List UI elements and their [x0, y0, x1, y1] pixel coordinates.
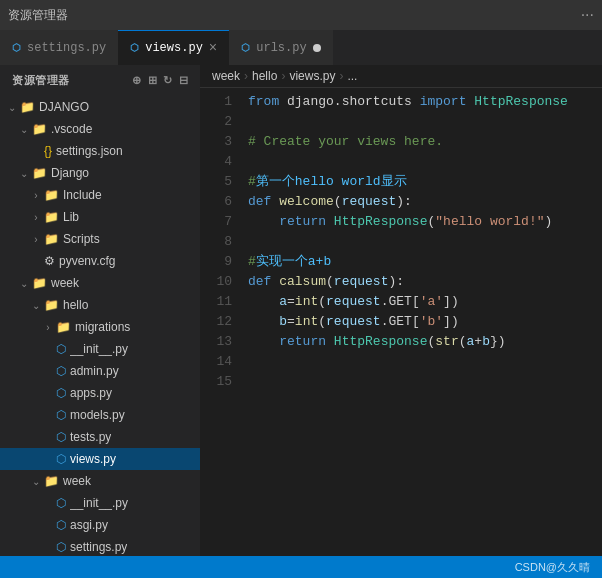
collapse-icon[interactable]: ⊟	[179, 74, 189, 87]
line-number: 9	[200, 252, 232, 272]
chevron-icon: ⌄	[28, 300, 44, 311]
code-token: HttpResponse	[474, 94, 568, 109]
code-token: ):	[388, 274, 404, 289]
tab-views[interactable]: ⬡ views.py ×	[118, 30, 229, 65]
code-token: (	[318, 314, 326, 329]
breadcrumb-part-week: week	[212, 69, 240, 83]
sidebar-item-lib[interactable]: ›📁Lib	[0, 206, 200, 228]
code-token: ])	[443, 294, 459, 309]
code-line	[248, 152, 594, 172]
code-line	[248, 352, 594, 372]
folder-icon: 📁	[44, 210, 59, 224]
code-token: def	[248, 274, 271, 289]
sidebar-item-apps-py[interactable]: ⬡apps.py	[0, 382, 200, 404]
line-number: 2	[200, 112, 232, 132]
code-token: HttpResponse	[334, 214, 428, 229]
sidebar-item-pyvenv[interactable]: ⚙pyvenv.cfg	[0, 250, 200, 272]
code-token: from	[248, 94, 279, 109]
cfg-icon: ⚙	[44, 254, 55, 268]
code-token: b	[279, 314, 287, 329]
code-token: (	[326, 274, 334, 289]
breadcrumb-part-views: views.py	[289, 69, 335, 83]
tab-label-urls: urls.py	[256, 41, 306, 55]
code-line	[248, 372, 594, 392]
sidebar-item-include[interactable]: ›📁Include	[0, 184, 200, 206]
chevron-icon: ⌄	[16, 278, 32, 289]
sidebar-item-models-py[interactable]: ⬡models.py	[0, 404, 200, 426]
sidebar-item-init-week[interactable]: ⬡__init__.py	[0, 492, 200, 514]
sidebar-item-settings-week[interactable]: ⬡settings.py	[0, 536, 200, 556]
code-area[interactable]: from django.shortcuts import HttpRespons…	[240, 88, 602, 556]
line-number: 10	[200, 272, 232, 292]
tab-urls[interactable]: ⬡ urls.py	[229, 30, 332, 65]
code-token: .GET[	[381, 314, 420, 329]
folder-icon: 📁	[20, 100, 35, 114]
code-token: "hello world!"	[435, 214, 544, 229]
sidebar-item-vscode[interactable]: ⌄📁.vscode	[0, 118, 200, 140]
code-token: calsum	[279, 274, 326, 289]
tree-label: week	[51, 276, 79, 290]
modified-dot	[313, 44, 321, 52]
code-token: (	[318, 294, 326, 309]
line-number: 3	[200, 132, 232, 152]
code-token	[248, 214, 279, 229]
sidebar-item-scripts[interactable]: ›📁Scripts	[0, 228, 200, 250]
refresh-icon[interactable]: ↻	[163, 74, 173, 87]
sidebar-item-tests-py[interactable]: ⬡tests.py	[0, 426, 200, 448]
sidebar-item-week-inner[interactable]: ⌄📁week	[0, 470, 200, 492]
sidebar-item-django-root[interactable]: ⌄📁DJANGO	[0, 96, 200, 118]
code-token: HttpResponse	[334, 334, 428, 349]
sidebar: 资源管理器 ⊕ ⊞ ↻ ⊟ ⌄📁DJANGO⌄📁.vscode {}settin…	[0, 65, 200, 556]
sidebar-item-asgi-py[interactable]: ⬡asgi.py	[0, 514, 200, 536]
new-folder-icon[interactable]: ⊞	[148, 74, 158, 87]
code-token	[248, 314, 279, 329]
folder-icon: 📁	[44, 232, 59, 246]
line-number: 8	[200, 232, 232, 252]
code-token: )	[545, 214, 553, 229]
sidebar-item-week-folder[interactable]: ⌄📁week	[0, 272, 200, 294]
code-line: def welcome(request):	[248, 192, 594, 212]
code-token: =	[287, 294, 295, 309]
tree-label: Scripts	[63, 232, 100, 246]
file-tree: ⌄📁DJANGO⌄📁.vscode {}settings.json⌄📁Djang…	[0, 96, 200, 556]
tree-label: tests.py	[70, 430, 111, 444]
chevron-icon: ›	[28, 190, 44, 201]
sidebar-item-admin-py[interactable]: ⬡admin.py	[0, 360, 200, 382]
sidebar-item-init-py[interactable]: ⬡__init__.py	[0, 338, 200, 360]
close-icon[interactable]: ×	[209, 41, 217, 55]
sidebar-item-settings-json[interactable]: {}settings.json	[0, 140, 200, 162]
sidebar-item-migrations[interactable]: ›📁migrations	[0, 316, 200, 338]
code-token: 'a'	[420, 294, 443, 309]
main-area: 资源管理器 ⊕ ⊞ ↻ ⊟ ⌄📁DJANGO⌄📁.vscode {}settin…	[0, 65, 602, 556]
tab-settings[interactable]: ⬡ settings.py	[0, 30, 118, 65]
sidebar-item-views-py[interactable]: ⬡views.py	[0, 448, 200, 470]
tree-label: Include	[63, 188, 102, 202]
new-file-icon[interactable]: ⊕	[132, 74, 142, 87]
line-number: 15	[200, 372, 232, 392]
code-line: # Create your views here.	[248, 132, 594, 152]
folder-icon: 📁	[32, 276, 47, 290]
code-line: #实现一个a+b	[248, 252, 594, 272]
code-editor[interactable]: 123456789101112131415 from django.shortc…	[200, 88, 602, 556]
code-token: return	[279, 214, 326, 229]
python-file-icon: ⬡	[12, 42, 21, 54]
title-bar: 资源管理器 ···	[0, 0, 602, 30]
code-token: request	[326, 294, 381, 309]
chevron-icon: ›	[28, 234, 44, 245]
sidebar-item-django-folder[interactable]: ⌄📁Django	[0, 162, 200, 184]
tree-label: admin.py	[70, 364, 119, 378]
python-icon: ⬡	[56, 408, 66, 422]
line-number: 12	[200, 312, 232, 332]
code-token: 第一个hello world显示	[256, 174, 407, 189]
code-line: #第一个hello world显示	[248, 172, 594, 192]
code-token: request	[334, 274, 389, 289]
python-icon: ⬡	[56, 452, 66, 466]
editor-area: week › hello › views.py › ... 1234567891…	[200, 65, 602, 556]
sidebar-item-hello-folder[interactable]: ⌄📁hello	[0, 294, 200, 316]
more-options-icon[interactable]: ···	[581, 6, 594, 24]
tree-label: apps.py	[70, 386, 112, 400]
folder-icon: 📁	[32, 166, 47, 180]
folder-icon: 📁	[44, 298, 59, 312]
breadcrumb-part-hello: hello	[252, 69, 277, 83]
code-token: ):	[396, 194, 412, 209]
